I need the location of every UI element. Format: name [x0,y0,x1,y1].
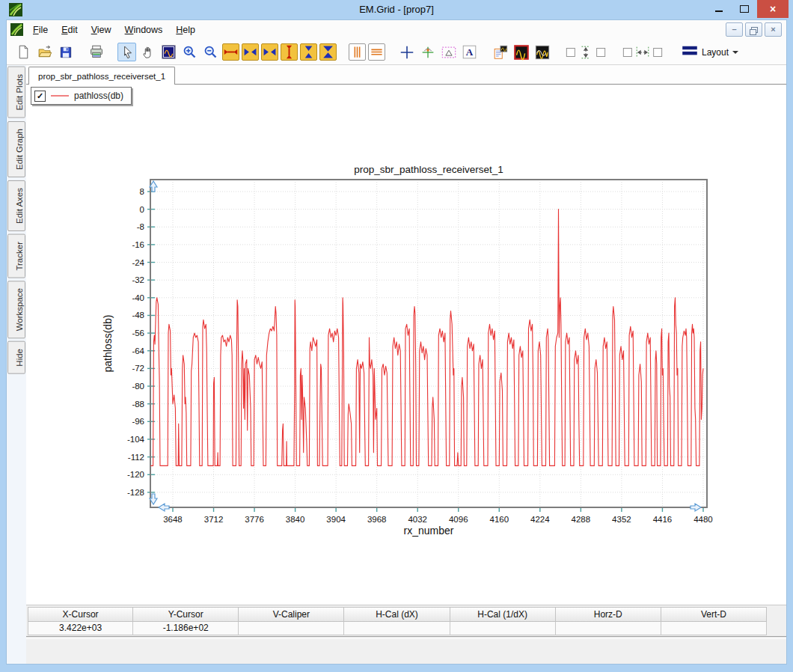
maximize-button[interactable] [733,0,756,18]
toolbar-separator [481,52,491,52]
chevron-down-icon [732,51,738,54]
status-label-horz-d: Horz-D [556,607,661,622]
x-tick-label: 4160 [489,515,509,524]
toolbar-zoom-out-button[interactable] [201,43,220,61]
sidebar-tab-tracker[interactable]: Tracker [7,234,25,278]
toolbar-plot-style-single-button[interactable] [512,43,530,61]
menu-help[interactable]: Help [169,22,202,38]
vertical-distance-markers-icon [565,44,607,61]
toolbar-print-button[interactable] [87,43,105,61]
compress-x-icon [263,45,277,59]
toolbar-copy-plot-button[interactable] [491,43,509,61]
close-button[interactable]: × [757,0,789,18]
toolbar-separator [108,52,117,52]
y-tick-label: -120 [127,470,144,479]
y-tick-label: -64 [132,346,144,355]
toolbar-autoscale-x-button[interactable] [242,43,259,61]
y-tick-label: -112 [128,453,144,462]
toolbar-layout-dropdown[interactable]: Layout [677,43,743,61]
toolbar-vertical-distance-markers-button[interactable] [563,43,608,61]
status-label-y-cursor: Y-Cursor [133,607,239,622]
status-value-v-caliper [239,622,344,635]
y-tick-label: -56 [132,329,144,337]
menu-items: FileEditViewWindowsHelp [26,20,202,40]
sidebar-tab-edit-axes[interactable]: Edit Axes [7,180,25,231]
x-tick-label: 4480 [694,515,713,524]
toolbar-new-document-button[interactable] [14,43,33,61]
status-bar: X-CursorY-CursorV-CaliperH-Cal (dX)H-Cal… [26,605,786,664]
toolbar-crosshair-button[interactable] [397,43,416,61]
y-tick-label: -8 [137,222,144,231]
sidebar-tab-hide[interactable]: Hide [7,341,25,374]
layout-icon [682,45,698,59]
mdi-close-button[interactable]: × [765,22,782,37]
toolbar-caliper-button[interactable] [439,43,458,61]
chart-title: prop_sbr_pathloss_receiverset_1 [354,164,503,175]
legend-box[interactable]: ✓ pathloss(db) [31,87,132,105]
maximize-icon [740,5,749,13]
toolbar-text-annotation-button[interactable]: A [460,43,479,61]
status-value-x-cursor: 3.422e+03 [28,622,133,635]
x-tick-label: 4416 [653,515,673,524]
toolbar-zoom-in-button[interactable] [180,43,199,61]
pathloss-series-line [150,210,703,466]
toolbar-compress-x-button[interactable] [261,43,278,61]
toolbar-open-file-button[interactable] [35,43,54,61]
sidebar-tab-workspace[interactable]: Workspace [7,281,25,338]
pointer-select-icon [120,45,135,60]
tab-prop-sbr-pathloss-receiverset-1[interactable]: prop_sbr_pathloss_receiverset_1 [28,67,175,85]
mdi-restore-icon [751,27,758,33]
toolbar-autoscale-y-button[interactable] [300,43,317,61]
x-axis-label: rx_number [404,525,454,537]
sidebar-tab-edit-plots[interactable]: Edit Plots [7,67,25,118]
horizontal-distance-markers-icon [622,44,664,61]
text-annotation-icon: A [462,44,477,60]
y-tick-label: -80 [132,382,144,391]
mdi-restore-button[interactable] [745,22,762,37]
toolbar-zoom-region-button[interactable] [159,43,178,61]
y-axis-label: pathloss(db) [102,314,114,372]
minimize-button[interactable] [708,0,730,18]
mdi-minimize-button[interactable]: – [726,22,743,37]
toolbar-plot-style-overlay-button[interactable] [533,43,551,61]
menu-edit[interactable]: Edit [55,22,85,38]
toolbar-pan-hand-button[interactable] [138,43,157,61]
client-area: FileEditViewWindowsHelp – × ALayout Edit… [6,19,787,665]
document-logo-icon [10,23,23,36]
status-grid: X-CursorY-CursorV-CaliperH-Cal (dX)H-Cal… [28,607,767,635]
sidebar-tab-edit-graph[interactable]: Edit Graph [7,121,25,177]
y-tick-label: -48 [132,311,144,320]
x-tick-label: 3776 [245,515,264,524]
toolbar-expand-y-button[interactable] [281,43,298,61]
horizontal-gridlines-icon [370,45,384,59]
toolbar-vertical-gridlines-button[interactable] [349,43,366,61]
x-tick-label: 4288 [572,515,591,524]
toolbar-compress-y-button[interactable] [319,43,337,61]
menu-view[interactable]: View [85,22,118,38]
toolbar-expand-x-button[interactable] [222,43,239,61]
legend-checkbox[interactable]: ✓ [34,91,46,102]
plot-canvas: ✓ pathloss(db) prop_sbr_pathloss_receive… [26,85,786,605]
x-tick-label: 3648 [163,515,183,524]
toolbar-separator [610,52,620,52]
toolbar-horizontal-gridlines-button[interactable] [368,43,385,61]
toolbar-horizontal-distance-markers-button[interactable] [620,43,665,61]
tab-strip: prop_sbr_pathloss_receiverset_1 [26,65,786,85]
axis-arrow-left[interactable] [159,504,169,511]
axis-arrow-right[interactable] [691,504,701,511]
toolbar-save-button[interactable] [56,43,75,61]
main-area: prop_sbr_pathloss_receiverset_1 ✓ pathlo… [26,65,786,664]
open-file-icon [37,44,53,60]
menu-windows[interactable]: Windows [118,22,170,38]
menu-file[interactable]: File [26,22,55,38]
chart-svg[interactable]: prop_sbr_pathloss_receiverset_1 pathloss… [102,158,723,543]
toolbar-separator [339,52,349,52]
y-tick-label: 8 [140,187,144,196]
copy-plot-icon [492,44,509,61]
toolbar-separator [388,52,397,52]
toolbar-tracker-cursor-button[interactable] [418,43,437,61]
y-tick-label: -32 [132,275,144,284]
y-tick-label: -96 [132,417,144,426]
toolbar-pointer-select-button[interactable] [117,43,136,61]
toolbar: ALayout [7,40,786,65]
